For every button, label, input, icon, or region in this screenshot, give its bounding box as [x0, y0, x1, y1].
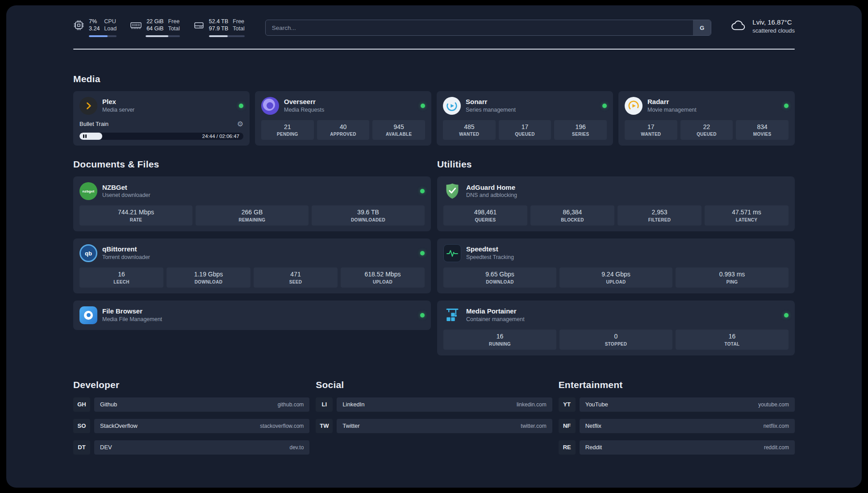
status-dot: [421, 104, 425, 108]
memory-labels: Free Total: [168, 18, 179, 33]
qbittorrent-card-header: qb qBittorrent Torrent downloader: [79, 244, 425, 262]
bookmark-netflix[interactable]: NF Netflix netflix.com: [559, 419, 795, 433]
section-developer: Developer GH Github github.com SO StackO…: [73, 380, 309, 455]
nzbget-icon-text: nzbget: [83, 189, 95, 193]
bookmark-dev[interactable]: DT DEV dev.to: [73, 440, 309, 455]
app-card-plex[interactable]: Plex Media server Bullet Train ⚙ 24: [73, 91, 250, 146]
stat-queued: 22 QUEUED: [680, 120, 733, 140]
stat-value: 485: [464, 123, 474, 131]
topbar: 7% 3.24 CPU Load: [6, 5, 862, 37]
stat-queries: 498,461 QUERIES: [443, 205, 527, 226]
gear-icon[interactable]: ⚙: [237, 121, 243, 128]
bookmark-stackoverflow[interactable]: SO StackOverflow stackoverflow.com: [73, 419, 309, 433]
bookmark-body[interactable]: YouTube youtube.com: [580, 397, 795, 412]
app-card-sonarr[interactable]: Sonarr Series management 485 WANTED 17 Q…: [437, 91, 613, 146]
memory-metric: 22 GiB 64 GiB Free Total: [130, 18, 180, 37]
documents-cards: nzbget NZBGet Usenet downloader 744.21 M…: [73, 176, 431, 330]
search-input[interactable]: [265, 20, 712, 36]
bookmark-body[interactable]: Twitter twitter.com: [337, 419, 552, 433]
speedtest-stats: 9.65 Gbps DOWNLOAD 9.24 Gbps UPLOAD 0.99…: [443, 267, 789, 288]
disk-usage-bar: [209, 35, 245, 37]
plex-meta: Plex Media server: [102, 98, 134, 113]
bookmark-youtube[interactable]: YT YouTube youtube.com: [559, 397, 795, 412]
app-name: NZBGet: [102, 184, 150, 192]
system-metrics: 7% 3.24 CPU Load: [73, 18, 245, 37]
disk-free: 52.4 TB: [209, 18, 229, 25]
filebrowser-disc: [84, 311, 93, 320]
bookmark-name: StackOverflow: [100, 422, 138, 429]
bookmark-body[interactable]: Reddit reddit.com: [580, 440, 795, 455]
overseerr-meta: Overseerr Media Requests: [284, 98, 324, 113]
app-card-adguard[interactable]: AdGuard Home DNS and adblocking 498,461 …: [437, 176, 795, 231]
bookmark-linkedin[interactable]: LI LinkedIn linkedin.com: [316, 397, 552, 412]
stat-label: WANTED: [641, 132, 661, 137]
portainer-stats: 16 RUNNING 0 STOPPED 16 TOTAL: [443, 330, 789, 350]
app-card-radarr[interactable]: Radarr Movie management 17 WANTED 22 QUE…: [618, 91, 795, 146]
bookmark-url: github.com: [278, 401, 304, 408]
playback-progress-bar[interactable]: 24:44 / 02:06:47: [79, 133, 243, 140]
sonarr-meta: Sonarr Series management: [466, 98, 516, 113]
disk-usage-bar-fill: [209, 35, 228, 37]
now-playing-row: Bullet Train ⚙: [79, 121, 243, 128]
radarr-card-header: Radarr Movie management: [625, 97, 789, 115]
stat-label: RUNNING: [489, 342, 511, 347]
stat-blocked: 86,384 BLOCKED: [530, 205, 614, 226]
app-card-overseerr[interactable]: Overseerr Media Requests 21 PENDING 40 A…: [255, 91, 431, 146]
stat-label: STOPPED: [605, 342, 627, 347]
bookmark-body[interactable]: StackOverflow stackoverflow.com: [94, 419, 309, 433]
stat-value: 16: [729, 333, 736, 340]
stat-value: 47.571 ms: [732, 209, 761, 216]
stat-stopped: 0 STOPPED: [559, 330, 672, 350]
bookmark-twitter[interactable]: TW Twitter twitter.com: [316, 419, 552, 433]
qbittorrent-icon-text: qb: [85, 250, 92, 257]
cpu-metric-row: 7% 3.24 CPU Load: [73, 18, 117, 33]
stat-value: 86,384: [563, 209, 582, 216]
plex-card-header: Plex Media server: [79, 97, 243, 115]
app-description: DNS and adblocking: [466, 192, 517, 199]
stat-upload: 618.52 Mbps UPLOAD: [341, 267, 425, 288]
media-section-title: Media: [73, 74, 795, 84]
filebrowser-icon: [79, 306, 97, 324]
cpu-metric: 7% 3.24 CPU Load: [73, 18, 117, 37]
media-cards: Plex Media server Bullet Train ⚙ 24: [73, 91, 795, 146]
cpu-chip-icon: [73, 20, 84, 31]
bookmark-body[interactable]: LinkedIn linkedin.com: [337, 397, 552, 412]
disk-labels: Free Total: [233, 18, 244, 33]
stat-value: 17: [647, 123, 655, 131]
pause-icon[interactable]: [83, 134, 87, 138]
app-card-portainer[interactable]: Media Portainer Container management 16 …: [437, 301, 795, 355]
stat-value: 21: [284, 123, 291, 131]
adguard-card-header: AdGuard Home DNS and adblocking: [443, 182, 789, 200]
section-documents: Documents & Files nzbget NZBGet Usenet d…: [73, 159, 431, 355]
dev-abbr-icon: DT: [73, 440, 90, 455]
memory-usage-bar: [146, 35, 180, 37]
developer-links: GH Github github.com SO StackOverflow st…: [73, 397, 309, 455]
stat-movies: 834 MOVIES: [736, 120, 789, 140]
app-card-qbittorrent[interactable]: qb qBittorrent Torrent downloader 16: [73, 238, 431, 293]
radarr-icon: [625, 97, 643, 115]
app-card-nzbget[interactable]: nzbget NZBGet Usenet downloader 744.21 M…: [73, 176, 431, 231]
weather-widget[interactable]: Lviv, 16.87°C scattered clouds: [730, 18, 795, 35]
bookmark-body[interactable]: DEV dev.to: [94, 440, 309, 455]
qbittorrent-meta: qBittorrent Torrent downloader: [102, 245, 150, 261]
app-card-speedtest[interactable]: Speedtest Speedtest Tracking 9.65 Gbps D…: [437, 238, 795, 293]
app-description: Torrent downloader: [102, 254, 150, 261]
search-engine-button[interactable]: G: [693, 20, 711, 35]
stat-label: DOWNLOAD: [486, 280, 513, 285]
bookmark-github[interactable]: GH Github github.com: [73, 397, 309, 412]
bookmark-body[interactable]: Github github.com: [94, 397, 309, 412]
app-name: Radarr: [647, 98, 697, 106]
bookmark-url: twitter.com: [521, 423, 546, 429]
memory-label-top: Free: [168, 18, 179, 25]
app-card-filebrowser[interactable]: File Browser Media File Management: [73, 301, 431, 330]
app-description: Usenet downloader: [102, 192, 150, 199]
bookmark-body[interactable]: Netflix netflix.com: [580, 419, 795, 433]
stat-value: 498,461: [474, 209, 497, 216]
bookmark-reddit[interactable]: RE Reddit reddit.com: [559, 440, 795, 455]
app-description: Movie management: [647, 107, 697, 114]
memory-metric-row: 22 GiB 64 GiB Free Total: [130, 18, 180, 33]
portainer-meta: Media Portainer Container management: [466, 307, 525, 323]
cpu-usage-bar: [89, 35, 117, 37]
cpu-label-bottom: Load: [104, 25, 117, 32]
memory-values: 22 GiB 64 GiB: [146, 18, 163, 33]
